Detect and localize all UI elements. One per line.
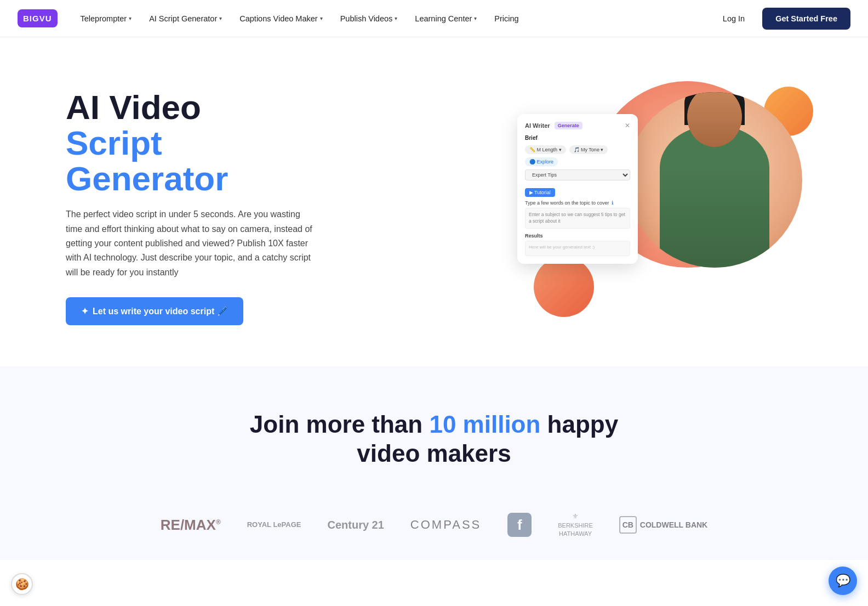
nav-item-ai-script[interactable]: AI Script Generator ▾ xyxy=(141,10,230,27)
coldwell-text: CB COLDWELL BANK xyxy=(619,516,707,534)
remax-logo: RE/MAX® xyxy=(161,517,221,534)
card-results-area: Here will be your generated text :) xyxy=(525,241,630,256)
nav-item-learning[interactable]: Learning Center ▾ xyxy=(407,10,484,27)
hero-text: AI Video Script Generator The perfect vi… xyxy=(66,89,318,325)
bg-circle-bottom-left xyxy=(534,257,594,317)
hero-title-line1: AI Video xyxy=(66,89,318,125)
hero-cta-label: Let us write your video script 🖊️ xyxy=(93,306,228,316)
chevron-down-icon: ▾ xyxy=(219,15,222,21)
nav-right: Log In Get Started Free xyxy=(712,8,850,30)
royal-lepage-logo: ROYAL LePAGE xyxy=(247,520,301,530)
get-started-button[interactable]: Get Started Free xyxy=(762,8,850,30)
card-section-brief: Brief xyxy=(525,135,630,141)
tutorial-button[interactable]: ▶ Tutorial xyxy=(525,188,555,197)
nav-item-pricing[interactable]: Pricing xyxy=(487,10,526,27)
ai-writer-card: AI Writer Generate ✕ Brief 📏 M Length ▾ … xyxy=(517,114,638,264)
card-results-title: Results xyxy=(525,233,630,239)
facebook-logo: f xyxy=(507,513,532,537)
logo[interactable]: BIGVU xyxy=(18,9,58,27)
tone-pill[interactable]: 🎵 My Tone ▾ xyxy=(569,145,608,154)
nav-item-captions[interactable]: Captions Video Maker ▾ xyxy=(232,10,330,27)
hero-title-line3: Generator xyxy=(66,161,318,196)
hero-description: The perfect video script in under 5 seco… xyxy=(66,207,318,280)
nav-left: BIGVU Teleprompter ▾ AI Script Generator… xyxy=(18,9,527,27)
compass-logo: COMPASS xyxy=(410,518,481,532)
coldwell-logo: CB COLDWELL BANK xyxy=(619,516,707,534)
compass-text: COMPASS xyxy=(410,518,481,532)
topic-select[interactable]: Expert Tips xyxy=(525,169,630,180)
explore-pill[interactable]: 🔵 Explore xyxy=(525,157,558,166)
century21-logo: Century 21 xyxy=(327,519,384,531)
card-select-row: Expert Tips ▶ Tutorial xyxy=(525,169,630,197)
logos-strip: RE/MAX® ROYAL LePAGE Century 21 COMPASS … xyxy=(0,490,868,560)
chevron-down-icon: ▾ xyxy=(129,15,132,21)
royal-text: ROYAL LePAGE xyxy=(247,520,301,530)
card-header: AI Writer Generate ✕ xyxy=(525,122,630,129)
join-prefix: Join more than xyxy=(250,411,430,438)
hero-cta-button[interactable]: ✦ Let us write your video script 🖊️ xyxy=(66,297,243,325)
length-pill[interactable]: 📏 M Length ▾ xyxy=(525,145,566,154)
nav-item-publish[interactable]: Publish Videos ▾ xyxy=(333,10,406,27)
berkshire-text: BERKSHIREHATHAWAY xyxy=(558,522,593,539)
card-badge: Generate xyxy=(555,122,583,129)
hero-visual: AI Writer Generate ✕ Brief 📏 M Length ▾ … xyxy=(517,70,824,344)
card-field-label: Type a few words on the topic to cover ℹ xyxy=(525,200,630,206)
card-topic-input[interactable]: Enter a subject so we can suggest 5 tips… xyxy=(525,208,630,229)
sparkle-icon: ✦ xyxy=(81,306,88,316)
hero-title: AI Video Script Generator xyxy=(66,89,318,196)
join-section: Join more than 10 million happyvideo mak… xyxy=(0,366,868,490)
hero-title-line2: Script xyxy=(66,125,318,161)
chevron-down-icon: ▾ xyxy=(474,15,477,21)
navbar: BIGVU Teleprompter ▾ AI Script Generator… xyxy=(0,0,868,37)
login-button[interactable]: Log In xyxy=(712,9,756,29)
remax-text: RE/MAX® xyxy=(161,517,221,534)
join-title: Join more than 10 million happyvideo mak… xyxy=(22,410,846,468)
chevron-down-icon: ▾ xyxy=(320,15,323,21)
card-pills-row: 📏 M Length ▾ 🎵 My Tone ▾ 🔵 Explore xyxy=(525,145,630,166)
chevron-down-icon: ▾ xyxy=(395,15,397,21)
join-highlight: 10 million xyxy=(429,411,540,438)
hero-section: AI Video Script Generator The perfect vi… xyxy=(0,37,868,366)
person-body xyxy=(660,125,769,268)
close-icon[interactable]: ✕ xyxy=(625,122,630,129)
berkshire-logo: ⚜ BERKSHIREHATHAWAY xyxy=(558,512,593,539)
century21-text: Century 21 xyxy=(327,519,384,531)
facebook-icon: f xyxy=(507,513,532,537)
card-title: AI Writer xyxy=(525,122,550,129)
person-illustration xyxy=(627,92,802,268)
nav-item-teleprompter[interactable]: Teleprompter ▾ xyxy=(73,10,140,27)
person-head xyxy=(687,92,742,147)
info-icon: ℹ xyxy=(612,200,613,206)
